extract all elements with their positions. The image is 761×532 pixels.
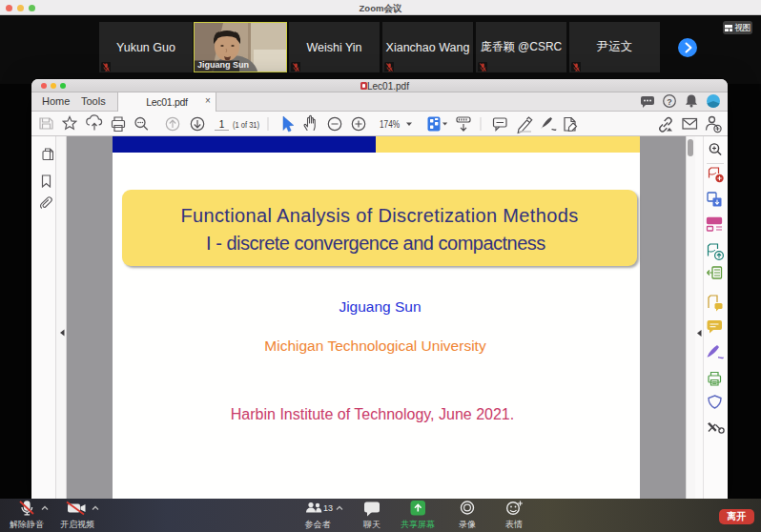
svg-text:1: 1 [219,119,225,130]
svg-text:(1 of 31): (1 of 31) [233,119,259,130]
svg-text:13: 13 [323,503,333,513]
svg-text:174%: 174% [380,119,400,130]
svg-text:?: ? [667,97,672,107]
